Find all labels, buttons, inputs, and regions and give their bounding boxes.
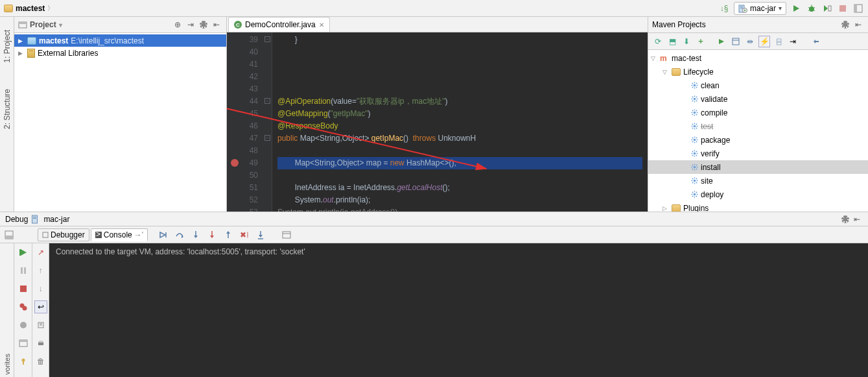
maven-tree-row[interactable]: deploy [648, 188, 868, 201]
view-breakpoints-icon[interactable] [17, 300, 30, 313]
maven-tree[interactable]: ▽mmac-test▽Lifecyclecleanvalidatecompile… [648, 50, 868, 212]
code-line[interactable]: @GetMapping("getIpMac") [277, 108, 642, 120]
tree-row-module[interactable]: ▶ mactest E:\intellij_src\mactest [14, 34, 226, 47]
collapse-icon[interactable]: ⇥ [787, 36, 799, 47]
collapse-all-icon[interactable]: ⇥ [185, 19, 196, 30]
project-tree[interactable]: ▶ mactest E:\intellij_src\mactest ▶ Exte… [14, 33, 226, 212]
breadcrumb[interactable]: mactest 〉 [4, 4, 54, 13]
stop-icon[interactable] [17, 282, 30, 295]
code-line[interactable]: @ApiOperation(value="获取服务器ip，mac地址") [277, 95, 642, 108]
restore-layout-icon[interactable] [3, 228, 16, 241]
settings-icon[interactable] [198, 19, 209, 30]
maven-tree-row[interactable]: ▷Plugins [648, 201, 868, 212]
code-line[interactable]: System.out.println(ia); [277, 194, 642, 206]
run-maven-icon[interactable] [716, 36, 727, 47]
execute-goal-icon[interactable] [730, 36, 742, 47]
download-icon[interactable]: ⬇ [681, 36, 692, 47]
maven-tree-row[interactable]: ▽Lifecycle [648, 65, 868, 79]
show-deps-icon[interactable]: ⌸ [773, 36, 784, 47]
next-icon[interactable]: ↓ [34, 282, 47, 295]
code-line[interactable]: System out println(ia getAddress()) [277, 206, 642, 212]
code-line[interactable]: @ResponseBody [277, 120, 642, 132]
run-to-cursor-icon[interactable] [254, 228, 267, 241]
clear-all-icon[interactable]: 🗑 [34, 355, 47, 368]
breakpoint-icon[interactable] [231, 159, 239, 167]
code-content[interactable]: } @ApiOperation(value="获取服务器ip，mac地址") @… [272, 32, 648, 212]
fold-icon[interactable]: − [264, 135, 270, 141]
soft-wrap-icon[interactable]: ↩ [34, 300, 47, 313]
maven-tree-row[interactable]: site [648, 174, 868, 188]
rerun-icon[interactable] [17, 246, 30, 259]
maven-tree-row[interactable]: clean [648, 79, 868, 92]
toggle-offline-icon[interactable]: ⇹ [744, 36, 756, 47]
tab-structure-vertical[interactable]: 2: Structure [3, 89, 12, 129]
debug-button[interactable] [806, 3, 817, 14]
chevron-down-icon[interactable]: ▾ [59, 21, 62, 29]
fold-column[interactable]: −−− [263, 32, 272, 212]
code-area[interactable]: 394041424344454647484950515253 −−− } @Ap… [227, 32, 648, 212]
maven-tree-row[interactable]: package [648, 133, 868, 147]
expand-arrow-icon[interactable]: ▽ [651, 55, 657, 62]
tab-debugger[interactable]: Debugger [38, 228, 89, 241]
maven-tree-row[interactable]: verify [648, 147, 868, 160]
sync-icon[interactable]: ↓§ [718, 3, 730, 14]
mute-breakpoints-icon[interactable] [17, 319, 30, 332]
hide-icon[interactable]: ⇤ [211, 19, 222, 30]
code-line[interactable]: public Map<String,Object> getIpMac() thr… [277, 132, 642, 145]
line-gutter[interactable]: 394041424344454647484950515253 [227, 32, 263, 212]
show-exec-point-icon[interactable] [157, 228, 170, 241]
code-line[interactable] [277, 46, 642, 58]
print-icon[interactable] [34, 337, 47, 350]
code-line[interactable] [277, 169, 642, 182]
pin-icon[interactable]: →' [134, 230, 143, 239]
maven-tree-row[interactable]: validate [648, 92, 868, 106]
up-stack-icon[interactable]: ↗ [34, 246, 47, 259]
expand-arrow-icon[interactable]: ▷ [663, 205, 669, 212]
force-step-into-icon[interactable] [205, 228, 218, 241]
step-into-icon[interactable] [189, 228, 202, 241]
hide-icon[interactable]: ⇤ [852, 19, 864, 30]
fold-icon[interactable]: − [264, 98, 270, 104]
code-line[interactable] [277, 145, 642, 157]
add-icon[interactable]: ＋ [695, 36, 707, 47]
expand-arrow-icon[interactable]: ▶ [18, 38, 25, 44]
code-line[interactable]: } [277, 34, 642, 46]
reimport-icon[interactable]: ⟳ [652, 36, 664, 47]
close-icon[interactable]: ✕ [319, 21, 324, 29]
settings-icon[interactable] [839, 19, 851, 30]
console-output[interactable]: Connected to the target VM, address: 'lo… [49, 243, 868, 377]
hide-icon[interactable]: ⇤ [851, 213, 863, 225]
step-out-icon[interactable] [222, 228, 235, 241]
layout-icon[interactable] [852, 3, 864, 14]
expand-arrow-icon[interactable]: ▶ [18, 50, 25, 56]
maven-tree-row[interactable]: install [648, 160, 868, 174]
evaluate-expr-icon[interactable] [280, 228, 293, 241]
favorites-tab[interactable]: vorites [3, 354, 11, 374]
layout-settings-icon[interactable] [17, 337, 30, 350]
code-line[interactable] [277, 58, 642, 71]
code-line[interactable] [277, 71, 642, 83]
step-over-icon[interactable] [173, 228, 186, 241]
stop-button[interactable] [837, 3, 849, 14]
scroll-end-icon[interactable] [34, 319, 47, 332]
generate-sources-icon[interactable]: ⬒ [666, 36, 678, 47]
pin-tab-icon[interactable] [17, 355, 30, 368]
tab-console[interactable]: > Console →' [91, 228, 148, 241]
maven-tree-row[interactable]: test [648, 119, 868, 133]
down-stack-icon[interactable]: ↑ [34, 264, 47, 277]
tab-project-vertical[interactable]: 1: Project [3, 30, 12, 63]
toggle-skip-tests-icon[interactable]: ⚡ [758, 36, 770, 47]
scroll-target-icon[interactable]: ⊕ [172, 19, 183, 30]
maven-tree-row[interactable]: ▽mmac-test [648, 51, 868, 65]
code-line[interactable]: InetAddress ia = InetAddress.getLocalHos… [277, 182, 642, 194]
code-line[interactable] [277, 83, 642, 95]
pause-icon[interactable] [17, 264, 30, 277]
code-line[interactable]: Map<String,Object> map = new HashMap<>()… [277, 157, 642, 169]
maven-tree-row[interactable]: compile [648, 106, 868, 119]
run-config-selector[interactable]: mac-jar ▾ [734, 2, 786, 15]
tree-row-libs[interactable]: ▶ External Libraries [14, 47, 226, 59]
run-button[interactable] [790, 3, 802, 14]
maven-settings-icon[interactable] [810, 36, 822, 47]
run-coverage-icon[interactable] [821, 3, 833, 14]
expand-arrow-icon[interactable]: ▽ [663, 69, 669, 75]
